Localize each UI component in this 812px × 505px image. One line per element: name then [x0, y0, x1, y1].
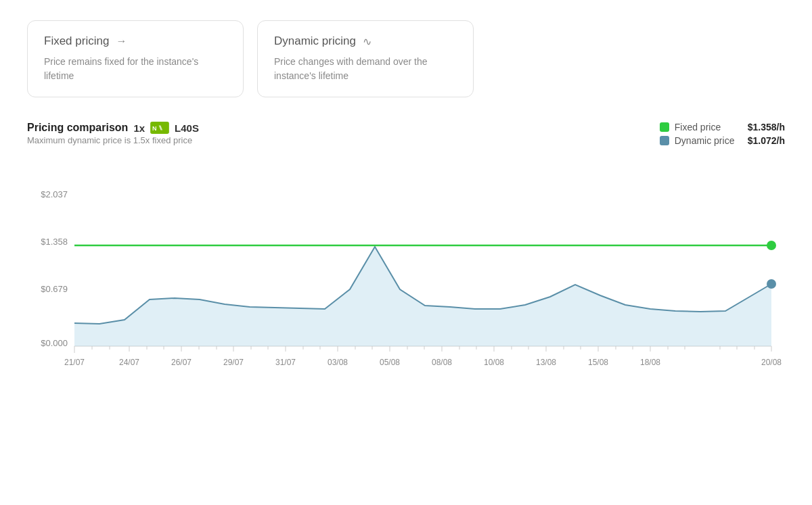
comparison-header: Pricing comparison 1x N L40S Maximum dyn… — [27, 122, 785, 146]
nvidia-icon: N — [150, 122, 169, 134]
svg-text:$2.037: $2.037 — [41, 189, 68, 199]
dynamic-price-dot — [767, 279, 776, 289]
svg-text:18/08: 18/08 — [640, 358, 660, 367]
price-chart: $2.037 $1.358 $0.679 $0.000 — [27, 157, 785, 387]
svg-text:05/08: 05/08 — [380, 358, 400, 367]
svg-text:$1.358: $1.358 — [41, 237, 68, 247]
gpu-name: L40S — [175, 122, 199, 134]
fixed-price-dot — [767, 241, 776, 250]
dynamic-pricing-title: Dynamic pricing ∿ — [274, 34, 457, 48]
dynamic-price-legend-label: Dynamic price — [675, 135, 742, 146]
fixed-price-legend-label: Fixed price — [675, 122, 742, 133]
dynamic-price-legend-value: $1.072/h — [748, 135, 785, 146]
svg-text:10/08: 10/08 — [484, 358, 504, 367]
legend: Fixed price $1.358/h Dynamic price $1.07… — [660, 122, 785, 146]
fixed-pricing-card[interactable]: Fixed pricing → Price remains fixed for … — [27, 20, 244, 97]
svg-text:21/07: 21/07 — [64, 358, 85, 367]
svg-text:08/08: 08/08 — [432, 358, 452, 367]
dynamic-pricing-label: Dynamic pricing — [274, 34, 356, 48]
svg-text:13/08: 13/08 — [536, 358, 556, 367]
svg-text:03/08: 03/08 — [328, 358, 348, 367]
dynamic-pricing-desc: Price changes with demand over the insta… — [274, 55, 457, 83]
svg-text:$0.000: $0.000 — [41, 338, 68, 348]
dynamic-pricing-card[interactable]: Dynamic pricing ∿ Price changes with dem… — [257, 20, 474, 97]
comparison-title-row: Pricing comparison 1x N L40S — [27, 122, 199, 134]
fixed-pricing-label: Fixed pricing — [44, 34, 109, 48]
svg-text:31/07: 31/07 — [275, 358, 296, 367]
fixed-price-legend-value: $1.358/h — [748, 122, 785, 133]
fixed-pricing-desc: Price remains fixed for the instance's l… — [44, 55, 227, 83]
pricing-cards-container: Fixed pricing → Price remains fixed for … — [27, 20, 785, 97]
dynamic-price-dot — [660, 136, 669, 145]
svg-text:N: N — [152, 125, 157, 132]
fixed-pricing-icon: → — [116, 35, 127, 47]
quantity-badge: 1x — [133, 122, 145, 134]
fixed-pricing-title: Fixed pricing → — [44, 34, 227, 48]
dynamic-price-legend: Dynamic price $1.072/h — [660, 135, 785, 146]
dynamic-price-area — [74, 247, 771, 346]
comparison-left: Pricing comparison 1x N L40S Maximum dyn… — [27, 122, 199, 145]
svg-text:20/08: 20/08 — [761, 358, 782, 367]
svg-text:26/07: 26/07 — [171, 358, 191, 367]
dynamic-pricing-icon: ∿ — [363, 35, 371, 48]
comparison-subtitle: Maximum dynamic price is 1.5x fixed pric… — [27, 135, 199, 145]
fixed-price-dot — [660, 122, 669, 132]
fixed-price-legend: Fixed price $1.358/h — [660, 122, 785, 133]
comparison-section: Pricing comparison 1x N L40S Maximum dyn… — [27, 122, 785, 146]
svg-text:15/08: 15/08 — [588, 358, 608, 367]
price-chart-svg: $2.037 $1.358 $0.679 $0.000 — [27, 157, 785, 387]
svg-text:29/07: 29/07 — [223, 358, 244, 367]
svg-text:24/07: 24/07 — [119, 358, 139, 367]
comparison-title: Pricing comparison — [27, 122, 128, 134]
svg-text:$0.679: $0.679 — [41, 284, 68, 294]
